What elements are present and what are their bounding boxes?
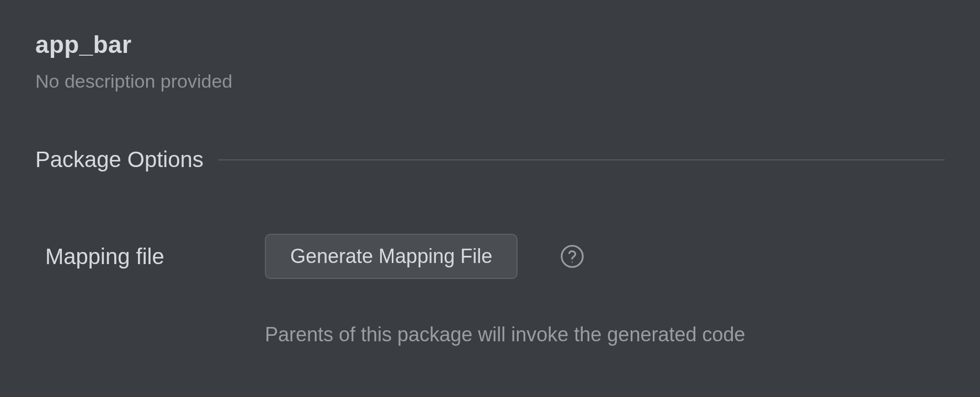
mapping-file-label: Mapping file [45, 244, 265, 269]
package-title: app_bar [35, 31, 945, 58]
package-options-section: Package Options Mapping file Generate Ma… [35, 147, 945, 346]
package-description: No description provided [35, 71, 945, 92]
generate-mapping-file-button[interactable]: Generate Mapping File [265, 234, 518, 279]
svg-point-0 [562, 246, 583, 267]
section-header: Package Options [35, 147, 945, 172]
section-title: Package Options [35, 147, 204, 172]
svg-point-1 [572, 261, 573, 262]
mapping-file-help-text: Parents of this package will invoke the … [35, 323, 945, 346]
help-icon[interactable] [560, 244, 585, 269]
mapping-file-row: Mapping file Generate Mapping File [35, 234, 945, 279]
package-panel: app_bar No description provided Package … [0, 0, 980, 346]
section-divider [218, 159, 945, 160]
